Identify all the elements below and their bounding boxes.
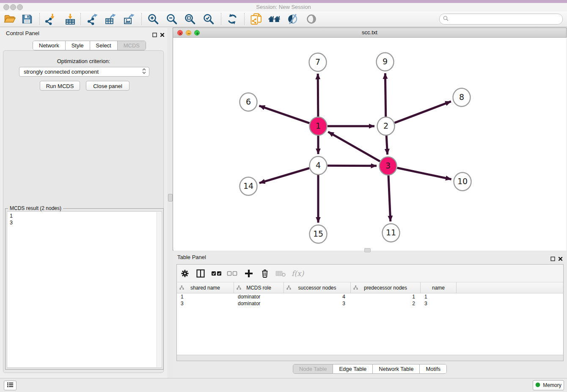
table-cell[interactable]: 1 — [351, 293, 421, 300]
main-toolbar — [0, 11, 567, 27]
graph-edge-3-10[interactable] — [397, 168, 451, 179]
graph-node-11[interactable]: 11 — [383, 224, 400, 242]
tab-node-table[interactable]: Node Table — [293, 364, 333, 373]
svg-text:15: 15 — [313, 229, 323, 238]
network-canvas[interactable]: 1234678910111415 — [173, 38, 567, 251]
graph-node-3[interactable]: 3 — [380, 157, 397, 175]
graph-node-10[interactable]: 10 — [454, 173, 471, 191]
split-panel-icon[interactable] — [196, 268, 205, 279]
table-body: 1dominator4113dominator323 — [177, 293, 563, 307]
horizontal-splitter-handle[interactable] — [364, 248, 371, 252]
table-cell[interactable]: 2 — [351, 300, 421, 307]
table-cell[interactable]: dominator — [234, 293, 284, 300]
memory-button[interactable]: Memory — [533, 380, 564, 390]
close-panel-icon[interactable] — [160, 31, 165, 39]
tree-column-icon — [237, 285, 241, 291]
table-row[interactable]: 3dominator323 — [177, 300, 563, 307]
graph-node-15[interactable]: 15 — [310, 225, 327, 243]
tab-mcds[interactable]: MCDS — [118, 41, 146, 50]
table-cell[interactable]: dominator — [234, 300, 284, 307]
refresh-icon[interactable] — [226, 13, 239, 25]
graph-edge-2-9[interactable] — [385, 73, 385, 117]
zoom-selected-icon[interactable] — [202, 13, 215, 25]
close-panel-button[interactable]: Close panel — [86, 81, 129, 91]
graph-edge-2-3[interactable] — [386, 135, 387, 155]
graph-node-6[interactable]: 6 — [240, 93, 257, 111]
table-cell[interactable]: 1 — [177, 293, 234, 300]
graph-node-9[interactable]: 9 — [377, 53, 394, 71]
column-header-successor-nodes[interactable]: successor nodes — [284, 282, 351, 293]
graph-node-7[interactable]: 7 — [309, 53, 327, 72]
network-close-icon[interactable] — [177, 30, 183, 36]
tab-select[interactable]: Select — [90, 41, 118, 50]
duplicate-network-icon[interactable] — [250, 13, 262, 25]
tab-edge-table[interactable]: Edge Table — [333, 364, 373, 373]
svg-text:1: 1 — [316, 121, 321, 130]
add-column-icon[interactable] — [244, 268, 253, 279]
column-header-predecessor-nodes[interactable]: predecessor nodes — [351, 282, 421, 293]
home-icon[interactable] — [268, 13, 281, 25]
open-session-icon[interactable] — [3, 13, 16, 25]
network-window: scc.txt 1234678910111415 — [173, 28, 567, 251]
search-icon — [443, 15, 449, 23]
table-close-panel-icon[interactable] — [558, 255, 563, 263]
graph-node-4[interactable]: 4 — [310, 157, 327, 175]
search-input[interactable] — [450, 15, 562, 23]
network-graph[interactable]: 1234678910111415 — [173, 38, 567, 251]
graph-node-8[interactable]: 8 — [453, 88, 471, 107]
table-cell[interactable]: 3 — [421, 300, 457, 307]
tab-motifs[interactable]: Motifs — [420, 364, 446, 373]
graph-edge-1-6[interactable] — [259, 106, 310, 123]
table-cell[interactable]: 3 — [284, 300, 351, 307]
import-network-icon[interactable] — [44, 13, 56, 25]
network-minimize-icon[interactable] — [186, 30, 191, 36]
column-header-shared-name[interactable]: shared name — [177, 282, 234, 293]
graph-edge-4-14[interactable] — [259, 168, 309, 183]
network-zoom-icon[interactable] — [194, 30, 200, 36]
zoom-out-icon[interactable] — [165, 13, 178, 25]
float-panel-icon[interactable] — [152, 31, 157, 39]
task-history-button[interactable] — [4, 381, 17, 390]
table-cell[interactable]: 1 — [421, 293, 457, 300]
column-header-name[interactable]: name — [421, 282, 457, 293]
graph-edge-1-7[interactable] — [318, 74, 318, 117]
graph-node-14[interactable]: 14 — [240, 177, 257, 196]
graph-edge-2-8[interactable] — [395, 102, 451, 123]
criterion-select[interactable]: strongly connected component — [19, 67, 149, 77]
zoom-fit-icon[interactable] — [184, 13, 196, 25]
table-row[interactable]: 1dominator411 — [177, 293, 563, 300]
table-cell[interactable]: 4 — [284, 293, 351, 300]
graph-node-2[interactable]: 2 — [377, 117, 395, 135]
result-scrollbar[interactable] — [157, 212, 161, 367]
tab-network-table[interactable]: Network Table — [373, 364, 420, 373]
hide-vizmap-icon[interactable] — [286, 13, 299, 25]
svg-text:2: 2 — [383, 121, 388, 130]
network-window-titlebar[interactable]: scc.txt — [173, 28, 566, 38]
tab-style[interactable]: Style — [66, 41, 90, 50]
table-hscrollbar[interactable] — [177, 355, 563, 361]
vertical-splitter-handle[interactable] — [168, 194, 173, 202]
column-header-mcds-role[interactable]: MCDS role — [234, 282, 284, 293]
select-all-icon[interactable] — [211, 268, 222, 279]
zoom-in-icon[interactable] — [147, 13, 160, 25]
toolbar-separator — [141, 13, 142, 25]
deselect-all-icon[interactable] — [227, 268, 238, 279]
mcds-result-area[interactable]: 13 — [7, 211, 162, 368]
export-image-icon[interactable] — [123, 13, 135, 25]
graph-edge-4-3[interactable] — [328, 166, 377, 166]
import-table-icon[interactable] — [64, 13, 77, 25]
graph-node-1[interactable]: 1 — [310, 117, 327, 135]
export-network-icon[interactable] — [86, 13, 99, 25]
run-mcds-button[interactable]: Run MCDS — [40, 81, 80, 91]
save-session-icon[interactable] — [21, 13, 33, 25]
graph-edge-3-11[interactable] — [388, 175, 391, 221]
eye-icon[interactable] — [305, 13, 318, 25]
gear-icon[interactable] — [180, 268, 190, 279]
table-cell[interactable]: 3 — [177, 300, 234, 307]
search-field[interactable] — [439, 14, 563, 25]
graph-edge-3-1[interactable] — [328, 132, 380, 161]
tab-network[interactable]: Network — [33, 41, 66, 50]
delete-column-icon[interactable] — [260, 268, 270, 279]
table-float-panel-icon[interactable] — [550, 255, 555, 263]
export-table-icon[interactable] — [104, 13, 117, 25]
